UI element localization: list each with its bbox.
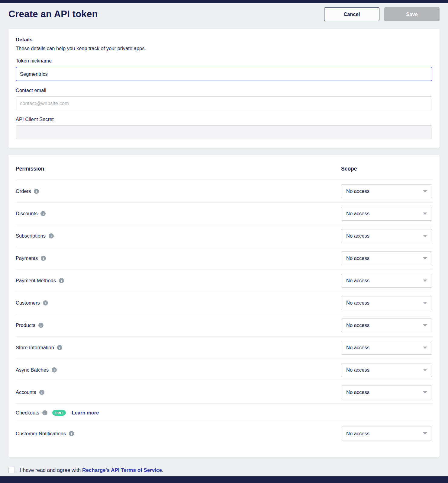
- permission-row: Checkouts i PRO Learn more: [16, 404, 432, 422]
- details-heading: Details: [16, 37, 432, 43]
- chevron-down-icon: [423, 324, 427, 327]
- info-icon[interactable]: i: [38, 323, 44, 328]
- permission-row: Orders i No access: [16, 180, 432, 203]
- permission-column-header: Permission: [16, 166, 44, 172]
- info-icon[interactable]: i: [40, 211, 46, 216]
- info-icon[interactable]: i: [41, 256, 46, 261]
- chevron-down-icon: [423, 432, 427, 435]
- info-icon[interactable]: i: [39, 390, 44, 395]
- top-bar: [0, 0, 448, 3]
- page-header: Create an API token Cancel Save: [8, 3, 440, 29]
- permissions-rows: Orders i No access Discounts i No access…: [16, 180, 432, 445]
- chevron-down-icon: [423, 302, 427, 304]
- permission-label: Subscriptions: [16, 233, 46, 239]
- scope-value: No access: [346, 188, 369, 194]
- scope-select[interactable]: No access: [341, 341, 432, 355]
- scope-value: No access: [346, 367, 369, 373]
- chevron-down-icon: [423, 347, 427, 349]
- permission-row: Subscriptions i No access: [16, 225, 432, 247]
- bottom-bar: [0, 476, 448, 483]
- chevron-down-icon: [423, 369, 427, 371]
- info-icon[interactable]: i: [69, 431, 74, 436]
- contact-email-label: Contact email: [16, 88, 432, 93]
- permission-row: Payments i No access: [16, 247, 432, 270]
- chevron-down-icon: [423, 213, 427, 215]
- scope-value: No access: [346, 389, 369, 395]
- permission-row: Async Batches i No access: [16, 359, 432, 381]
- permission-row: Products i No access: [16, 314, 432, 337]
- header-actions: Cancel Save: [324, 7, 440, 21]
- api-client-secret-group: API Client Secret: [16, 117, 432, 139]
- details-card: Details These details can help you keep …: [8, 29, 440, 148]
- scope-value: No access: [346, 211, 369, 216]
- scope-select[interactable]: No access: [341, 427, 432, 440]
- token-nickname-value: Segmentrics: [20, 71, 48, 77]
- create-api-token-page: Create an API token Cancel Save Details …: [0, 0, 448, 483]
- permission-label: Store Information: [16, 345, 54, 350]
- scope-value: No access: [346, 322, 369, 328]
- info-icon[interactable]: i: [59, 278, 64, 283]
- terms-checkbox[interactable]: [8, 467, 15, 473]
- permission-label: Discounts: [16, 211, 37, 216]
- token-nickname-input[interactable]: Segmentrics: [16, 67, 432, 81]
- api-client-secret-label: API Client Secret: [16, 117, 432, 122]
- permission-row: Accounts i No access: [16, 381, 432, 404]
- info-icon[interactable]: i: [52, 367, 57, 373]
- scope-value: No access: [346, 255, 369, 261]
- permission-label: Orders: [16, 188, 31, 194]
- cancel-button[interactable]: Cancel: [324, 7, 379, 21]
- permission-row: Customers i No access: [16, 292, 432, 314]
- scope-select[interactable]: No access: [341, 363, 432, 377]
- learn-more-link[interactable]: Learn more: [72, 410, 99, 416]
- scope-select[interactable]: No access: [341, 207, 432, 221]
- permission-label: Products: [16, 322, 35, 328]
- permission-label: Checkouts: [16, 410, 39, 416]
- pro-badge: PRO: [52, 410, 66, 416]
- scope-value: No access: [346, 233, 369, 239]
- scope-value: No access: [346, 345, 369, 350]
- api-client-secret-input: [16, 125, 432, 139]
- info-icon[interactable]: i: [49, 233, 54, 238]
- permission-label: Customers: [16, 300, 40, 306]
- contact-email-input[interactable]: [16, 96, 432, 110]
- permission-row: Discounts i No access: [16, 203, 432, 225]
- info-icon[interactable]: i: [34, 189, 39, 194]
- page-title: Create an API token: [8, 9, 98, 20]
- details-subheading: These details can help you keep track of…: [16, 46, 432, 51]
- scope-value: No access: [346, 300, 369, 306]
- token-nickname-label: Token nickname: [16, 58, 432, 64]
- save-button[interactable]: Save: [384, 7, 440, 21]
- token-nickname-group: Token nickname Segmentrics: [16, 58, 432, 81]
- scope-select[interactable]: No access: [341, 385, 432, 399]
- chevron-down-icon: [423, 391, 427, 394]
- permission-row: Payment Methods i No access: [16, 270, 432, 292]
- scope-value: No access: [346, 431, 369, 437]
- scope-select[interactable]: No access: [341, 296, 432, 310]
- chevron-down-icon: [423, 257, 427, 260]
- permission-row: Store Information i No access: [16, 337, 432, 359]
- chevron-down-icon: [423, 235, 427, 237]
- terms-agreement-text: I have read and agree with Recharge's AP…: [20, 467, 163, 473]
- scope-select[interactable]: No access: [341, 274, 432, 288]
- permission-label: Accounts: [16, 389, 36, 395]
- chevron-down-icon: [423, 190, 427, 193]
- scope-select[interactable]: No access: [341, 251, 432, 265]
- permission-label: Customer Notifications: [16, 431, 66, 437]
- info-icon[interactable]: i: [42, 410, 47, 415]
- scope-select[interactable]: No access: [341, 318, 432, 332]
- scope-value: No access: [346, 278, 369, 283]
- permission-label: Payments: [16, 255, 38, 261]
- scope-select[interactable]: No access: [341, 229, 432, 243]
- info-icon[interactable]: i: [43, 300, 48, 305]
- scope-column-header: Scope: [341, 166, 432, 172]
- permissions-table-header: Permission Scope: [16, 166, 432, 180]
- chevron-down-icon: [423, 280, 427, 282]
- info-icon[interactable]: i: [57, 345, 62, 350]
- text-cursor: [48, 71, 49, 77]
- contact-email-group: Contact email: [16, 88, 432, 110]
- scope-select[interactable]: No access: [341, 184, 432, 198]
- permission-row: Customer Notifications i No access: [16, 422, 432, 445]
- terms-of-service-link[interactable]: Recharge's API Terms of Service: [82, 467, 162, 473]
- permission-label: Payment Methods: [16, 278, 56, 283]
- permission-label: Async Batches: [16, 367, 49, 373]
